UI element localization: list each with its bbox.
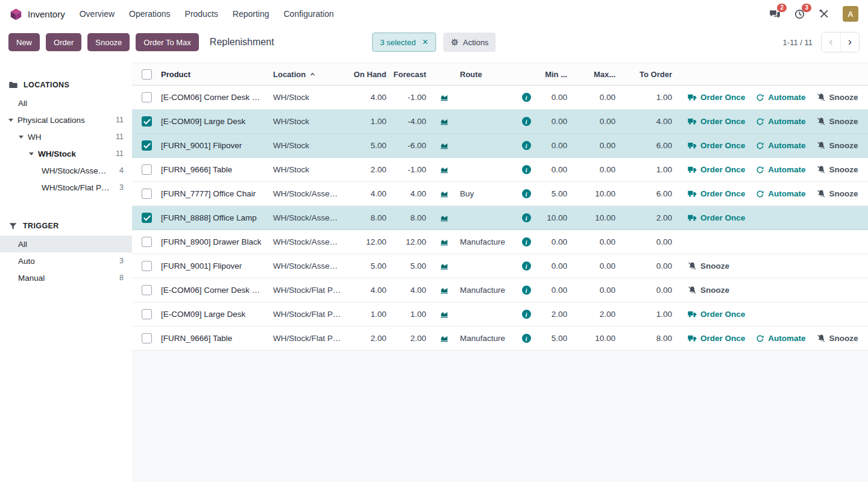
snooze-button[interactable]: Snooze [817, 117, 858, 126]
snooze-header-button[interactable]: Snooze [87, 33, 130, 51]
forecast-graph-icon[interactable] [439, 310, 449, 319]
row-checkbox[interactable] [142, 164, 152, 175]
sidebar-item[interactable]: WH/Stock/Flat P… 3 [0, 179, 132, 196]
app-switcher[interactable]: Inventory [10, 8, 65, 20]
sidebar-item[interactable]: Manual 8 [0, 269, 132, 286]
forecast-graph-icon[interactable] [439, 117, 449, 126]
new-button[interactable]: New [8, 33, 40, 51]
snooze-button[interactable]: Snooze [817, 141, 858, 150]
sidebar-item[interactable]: All [0, 95, 132, 111]
row-checkbox[interactable] [142, 213, 152, 223]
pager-next-button[interactable]: › [840, 33, 859, 52]
activities-button[interactable]: 3 [794, 8, 805, 20]
info-icon[interactable]: i [522, 286, 531, 295]
order-once-button[interactable]: Order Once [688, 141, 745, 150]
nav-item-products[interactable]: Products [185, 9, 218, 19]
info-icon[interactable]: i [522, 117, 531, 126]
tools-button[interactable] [819, 8, 829, 19]
clear-selection-icon[interactable]: × [423, 37, 428, 47]
sidebar-item[interactable]: Physical Locations 11 [0, 111, 132, 128]
row-checkbox[interactable] [142, 116, 152, 127]
nav-item-overview[interactable]: Overview [80, 9, 115, 19]
forecast-graph-icon[interactable] [439, 93, 449, 102]
sidebar-item[interactable]: WH/Stock 11 [0, 145, 132, 162]
sidebar-item[interactable]: WH 11 [0, 128, 132, 145]
order-to-max-button[interactable]: Order To Max [136, 33, 199, 51]
row-checkbox[interactable] [142, 333, 152, 343]
column-header-max[interactable]: Max... [573, 70, 621, 79]
table-row[interactable]: [FURN_8900] Drawer Black WH/Stock/Asse… … [132, 230, 868, 254]
row-checkbox[interactable] [142, 189, 152, 199]
table-row[interactable]: [FURN_8888] Office Lamp WH/Stock/Asse… 8… [132, 206, 868, 230]
column-header-location[interactable]: Location [273, 70, 349, 79]
snooze-button[interactable]: Snooze [817, 334, 858, 343]
row-checkbox[interactable] [142, 261, 152, 271]
order-once-button[interactable]: Order Once [688, 310, 745, 319]
nav-item-reporting[interactable]: Reporting [233, 9, 269, 19]
forecast-graph-icon[interactable] [439, 238, 449, 246]
info-icon[interactable]: i [522, 141, 531, 150]
forecast-graph-icon[interactable] [439, 142, 449, 150]
order-once-button[interactable]: Order Once [688, 189, 745, 198]
info-icon[interactable]: i [522, 237, 531, 246]
row-checkbox[interactable] [142, 309, 152, 319]
order-once-button[interactable]: Order Once [688, 117, 745, 126]
app-name[interactable]: Inventory [28, 9, 65, 19]
row-checkbox[interactable] [142, 285, 152, 295]
column-header-forecast[interactable]: Forecast [392, 70, 432, 79]
table-row[interactable]: [FURN_7777] Office Chair WH/Stock/Asse… … [132, 182, 868, 206]
caret-down-icon[interactable] [29, 152, 34, 158]
caret-down-icon[interactable] [8, 119, 13, 124]
automate-button[interactable]: Automate [756, 141, 805, 150]
snooze-button[interactable]: Snooze [817, 93, 858, 102]
sidebar-item[interactable]: Auto 3 [0, 252, 132, 269]
order-once-button[interactable]: Order Once [688, 165, 745, 174]
nav-item-configuration[interactable]: Configuration [284, 9, 334, 19]
actions-button[interactable]: Actions [443, 33, 496, 52]
forecast-graph-icon[interactable] [439, 190, 449, 198]
row-checkbox[interactable] [142, 237, 152, 247]
table-row[interactable]: [FURN_9001] Flipover WH/Stock/Asse… 5.00… [132, 254, 868, 278]
info-icon[interactable]: i [522, 261, 531, 271]
table-row[interactable]: [FURN_9001] Flipover WH/Stock 5.00 -6.00… [132, 134, 868, 158]
table-row[interactable]: [FURN_9666] Table WH/Stock 2.00 -1.00 i … [132, 158, 868, 182]
info-icon[interactable]: i [522, 213, 531, 222]
forecast-graph-icon[interactable] [439, 334, 449, 343]
snooze-button[interactable]: Snooze [688, 286, 729, 295]
caret-down-icon[interactable] [19, 136, 24, 141]
row-checkbox[interactable] [142, 140, 152, 151]
order-once-button[interactable]: Order Once [688, 213, 745, 222]
automate-button[interactable]: Automate [756, 117, 805, 126]
snooze-button[interactable]: Snooze [688, 261, 729, 271]
table-row[interactable]: [E-COM06] Corner Desk … WH/Stock 4.00 -1… [132, 86, 868, 110]
table-row[interactable]: [E-COM09] Large Desk WH/Stock 1.00 -4.00… [132, 110, 868, 134]
column-header-to-order[interactable]: To Order [621, 70, 678, 79]
automate-button[interactable]: Automate [756, 165, 805, 174]
automate-button[interactable]: Automate [756, 189, 805, 198]
column-header-on-hand[interactable]: On Hand [349, 70, 392, 79]
messages-button[interactable]: 2 [769, 8, 781, 20]
info-icon[interactable]: i [522, 334, 531, 343]
forecast-graph-icon[interactable] [439, 166, 449, 174]
column-header-route[interactable]: Route [456, 70, 517, 79]
table-row[interactable]: [FURN_9666] Table WH/Stock/Flat P… 2.00 … [132, 327, 868, 351]
automate-button[interactable]: Automate [756, 93, 805, 102]
forecast-graph-icon[interactable] [439, 286, 449, 295]
info-icon[interactable]: i [522, 310, 531, 319]
sidebar-item[interactable]: WH/Stock/Asse… 4 [0, 162, 132, 179]
snooze-button[interactable]: Snooze [817, 189, 858, 198]
info-icon[interactable]: i [522, 189, 531, 198]
forecast-graph-icon[interactable] [439, 214, 449, 222]
order-once-button[interactable]: Order Once [688, 334, 745, 343]
forecast-graph-icon[interactable] [439, 262, 449, 271]
select-all-checkbox[interactable] [142, 69, 152, 80]
info-icon[interactable]: i [522, 165, 531, 174]
sidebar-item[interactable]: All [0, 236, 132, 252]
column-header-product[interactable]: Product [161, 70, 273, 79]
snooze-button[interactable]: Snooze [817, 165, 858, 174]
nav-item-operations[interactable]: Operations [129, 9, 170, 19]
table-row[interactable]: [E-COM06] Corner Desk … WH/Stock/Flat P…… [132, 278, 868, 302]
pager-prev-button[interactable]: ‹ [822, 33, 840, 52]
row-checkbox[interactable] [142, 92, 152, 102]
table-row[interactable]: [E-COM09] Large Desk WH/Stock/Flat P… 1.… [132, 302, 868, 327]
